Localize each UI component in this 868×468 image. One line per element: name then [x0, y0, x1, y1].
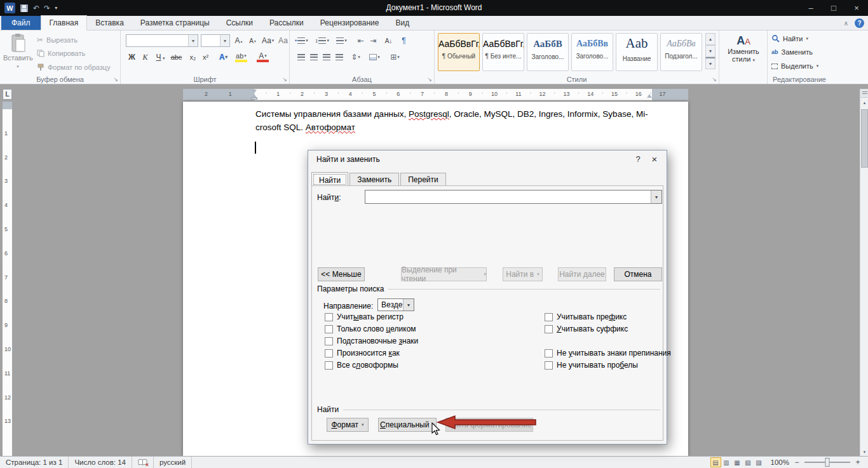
- font-size-combo[interactable]: ▾: [201, 34, 230, 47]
- font-name-combo[interactable]: ▾: [126, 34, 198, 47]
- superscript-button[interactable]: x²: [200, 51, 212, 64]
- change-case-button[interactable]: Аа▾: [262, 34, 274, 47]
- zoom-level[interactable]: 100%: [771, 458, 789, 466]
- scrollbar-thumb[interactable]: [861, 109, 868, 168]
- style-heading1[interactable]: АаБбВ Заголово...: [527, 33, 569, 71]
- less-button[interactable]: << Меньше: [318, 267, 365, 281]
- dialog-tab-goto[interactable]: Перейти: [400, 173, 446, 186]
- shrink-font-button[interactable]: А▾: [247, 34, 259, 47]
- style-normal[interactable]: АаБбВвГг, ¶ Обычный: [438, 33, 480, 71]
- checkbox-sounds-like[interactable]: Произносится как: [325, 349, 400, 358]
- style-heading2[interactable]: АаБбВв Заголово...: [571, 33, 613, 71]
- minimize-button[interactable]: –: [799, 0, 822, 16]
- justify-button[interactable]: [333, 51, 345, 64]
- tab-view[interactable]: Вид: [387, 16, 417, 30]
- dialog-tab-find[interactable]: Найти: [311, 172, 348, 187]
- highlight-color-button[interactable]: ab▾: [235, 52, 247, 62]
- zoom-out-button[interactable]: −: [793, 458, 801, 467]
- align-right-button[interactable]: [320, 51, 332, 64]
- align-center-button[interactable]: [308, 51, 320, 64]
- document-text[interactable]: Системы управления базами данных, Postgr…: [255, 107, 662, 134]
- checkbox-word-forms[interactable]: Все словоформы: [325, 361, 398, 370]
- left-indent-marker[interactable]: [251, 97, 257, 100]
- subscript-button[interactable]: x₂: [187, 51, 199, 64]
- bullets-button[interactable]: •▾: [295, 34, 308, 47]
- align-left-button[interactable]: [295, 51, 307, 64]
- status-word-count[interactable]: Число слов: 14: [69, 457, 132, 468]
- zoom-slider-thumb[interactable]: [825, 458, 830, 467]
- font-size-caret-icon[interactable]: ▾: [220, 35, 229, 46]
- dialog-help-button[interactable]: ?: [631, 153, 645, 165]
- first-line-indent-marker[interactable]: [252, 90, 257, 93]
- help-icon[interactable]: ?: [855, 18, 864, 28]
- styles-scroll-up-button[interactable]: ▴: [705, 33, 715, 45]
- special-button[interactable]: Специальный▾: [378, 418, 437, 432]
- text-effects-button[interactable]: А▾: [217, 51, 229, 64]
- checkbox-ignore-whitespace[interactable]: Не учитывать пробелы: [545, 361, 638, 370]
- view-web-layout-button[interactable]: ▦: [732, 457, 743, 467]
- reading-highlight-button[interactable]: Выделение при чтении▾: [401, 267, 487, 281]
- decrease-indent-button[interactable]: ⇤: [355, 34, 367, 47]
- status-page[interactable]: Страница: 1 из 1: [0, 457, 69, 468]
- grow-font-button[interactable]: А▴: [233, 34, 245, 47]
- tab-mailings[interactable]: Рассылки: [261, 16, 312, 30]
- select-button[interactable]: Выделить ▾: [771, 62, 818, 70]
- view-print-layout-button[interactable]: ▤: [710, 457, 721, 467]
- checkbox-whole-words[interactable]: Только слово целиком: [325, 324, 416, 333]
- checkbox-icon[interactable]: [545, 361, 553, 370]
- tab-file[interactable]: Файл: [1, 16, 41, 30]
- checkbox-icon[interactable]: [325, 313, 333, 321]
- word-logo-icon[interactable]: W: [4, 3, 15, 13]
- find-in-button[interactable]: Найти в▾: [503, 267, 543, 281]
- tab-insert[interactable]: Вставка: [87, 16, 132, 30]
- checkbox-ignore-punctuation[interactable]: Не учитывать знаки препинания: [545, 349, 671, 358]
- increase-indent-button[interactable]: ⇥: [367, 34, 379, 47]
- style-subtitle[interactable]: АаБбВв Подзагол...: [660, 33, 702, 71]
- status-language[interactable]: русский: [154, 457, 192, 468]
- checkbox-icon[interactable]: [545, 349, 553, 358]
- save-icon[interactable]: [20, 4, 29, 13]
- styles-scroll-down-button[interactable]: ▾: [705, 45, 715, 57]
- view-fullscreen-button[interactable]: ▥: [721, 457, 732, 467]
- font-color-button[interactable]: А▾: [257, 52, 269, 62]
- checkbox-icon[interactable]: [325, 337, 333, 345]
- styles-dialog-launcher-icon[interactable]: ↘: [712, 76, 717, 83]
- format-painter-button[interactable]: Формат по образцу: [37, 64, 111, 71]
- checkbox-match-case[interactable]: Учитывать регистр: [325, 312, 403, 321]
- redo-icon[interactable]: ↷: [44, 4, 50, 12]
- multilevel-list-button[interactable]: ▾: [336, 34, 348, 47]
- paste-button[interactable]: Вставить ▾: [3, 32, 32, 74]
- find-what-combo[interactable]: ▾: [365, 190, 662, 204]
- zoom-slider[interactable]: [804, 462, 850, 463]
- styles-gallery-more-button[interactable]: ▾: [705, 57, 715, 69]
- tab-stop-selector[interactable]: L: [3, 89, 12, 100]
- checkbox-icon[interactable]: [545, 325, 553, 333]
- direction-caret-icon[interactable]: ▾: [403, 299, 414, 311]
- status-proofing[interactable]: ×: [132, 457, 154, 468]
- replace-button[interactable]: ab Заменить: [771, 48, 813, 56]
- close-button[interactable]: ×: [845, 0, 868, 16]
- maximize-button[interactable]: □: [822, 0, 845, 16]
- format-button[interactable]: Формат▾: [327, 418, 369, 432]
- find-next-button[interactable]: Найти далее: [558, 267, 606, 281]
- sort-button[interactable]: А↓: [383, 34, 395, 47]
- direction-combo[interactable]: Везде ▾: [377, 298, 414, 311]
- find-what-caret-icon[interactable]: ▾: [651, 191, 661, 203]
- borders-button[interactable]: ⊞▾: [389, 51, 401, 64]
- view-draft-button[interactable]: ▨: [754, 457, 764, 467]
- change-styles-button[interactable]: АA Изменить стили ▾: [723, 33, 764, 74]
- font-name-caret-icon[interactable]: ▾: [188, 35, 198, 46]
- vertical-ruler[interactable]: 12345678910111213: [3, 102, 12, 456]
- numbering-button[interactable]: 1▾: [315, 34, 329, 47]
- shading-button[interactable]: ▾: [369, 51, 381, 64]
- checkbox-match-suffix[interactable]: Учитывать суффикс: [545, 324, 628, 333]
- checkbox-icon[interactable]: [545, 313, 553, 321]
- tab-home[interactable]: Главная: [41, 15, 88, 30]
- tab-page-layout[interactable]: Разметка страницы: [132, 16, 218, 30]
- show-marks-button[interactable]: ¶: [398, 34, 410, 47]
- dialog-tab-replace[interactable]: Заменить: [349, 173, 399, 186]
- find-button[interactable]: Найти ▾: [771, 34, 808, 43]
- strikethrough-button[interactable]: abc: [170, 51, 182, 64]
- ruler-toggle-button[interactable]: [860, 89, 868, 98]
- scroll-down-button[interactable]: ▾: [860, 448, 868, 456]
